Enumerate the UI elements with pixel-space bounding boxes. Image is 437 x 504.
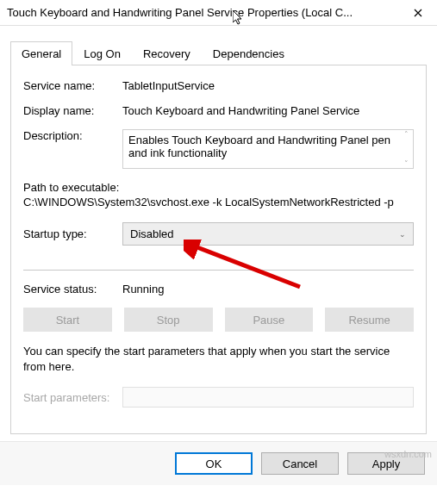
start-button[interactable]: Start — [23, 308, 112, 332]
start-parameters-input[interactable] — [122, 387, 414, 408]
display-name-value: Touch Keyboard and Handwriting Panel Ser… — [122, 104, 414, 117]
cancel-button[interactable]: Cancel — [261, 452, 339, 475]
resume-button[interactable]: Resume — [325, 308, 414, 332]
service-status-label: Service status: — [23, 283, 122, 296]
tab-dependencies[interactable]: Dependencies — [202, 41, 296, 65]
startup-type-select[interactable]: Disabled ⌄ — [122, 222, 414, 246]
tab-logon[interactable]: Log On — [72, 41, 132, 65]
stop-button[interactable]: Stop — [124, 308, 213, 332]
window-title: Touch Keyboard and Handwriting Panel Ser… — [7, 6, 353, 19]
chevron-down-icon: ⌄ — [399, 230, 406, 239]
service-name-label: Service name: — [23, 79, 122, 92]
service-status-value: Running — [122, 283, 414, 296]
scroll-up-icon[interactable]: ˄ — [399, 130, 413, 139]
divider — [23, 270, 414, 271]
description-scrollbar[interactable]: ˄ ˅ — [399, 130, 413, 168]
scroll-down-icon[interactable]: ˅ — [399, 159, 413, 168]
start-parameters-label: Start parameters: — [23, 391, 122, 404]
service-name-value: TabletInputService — [122, 79, 414, 92]
titlebar: Touch Keyboard and Handwriting Panel Ser… — [0, 0, 437, 26]
close-icon — [414, 9, 422, 17]
pause-button[interactable]: Pause — [225, 308, 314, 332]
startup-type-value: Disabled — [130, 227, 174, 240]
ok-button[interactable]: OK — [175, 452, 253, 475]
description-box: Enables Touch Keyboard and Handwriting P… — [122, 129, 414, 169]
dialog-footer: OK Cancel Apply — [0, 441, 437, 485]
watermark: wsxdn.com — [384, 449, 432, 459]
description-text: Enables Touch Keyboard and Handwriting P… — [128, 134, 390, 159]
close-button[interactable] — [398, 0, 437, 26]
general-panel: Service name: TabletInputService Display… — [10, 65, 427, 434]
path-label: Path to executable: — [23, 181, 414, 194]
path-value: C:\WINDOWS\System32\svchost.exe -k Local… — [23, 196, 414, 208]
description-label: Description: — [23, 129, 122, 142]
display-name-label: Display name: — [23, 104, 122, 117]
tab-strip: General Log On Recovery Dependencies — [10, 41, 427, 65]
dialog-content: General Log On Recovery Dependencies Ser… — [0, 26, 437, 441]
tab-recovery[interactable]: Recovery — [132, 41, 202, 65]
start-params-note: You can specify the start parameters tha… — [23, 344, 414, 375]
tab-general[interactable]: General — [10, 41, 72, 65]
startup-type-label: Startup type: — [23, 227, 122, 240]
